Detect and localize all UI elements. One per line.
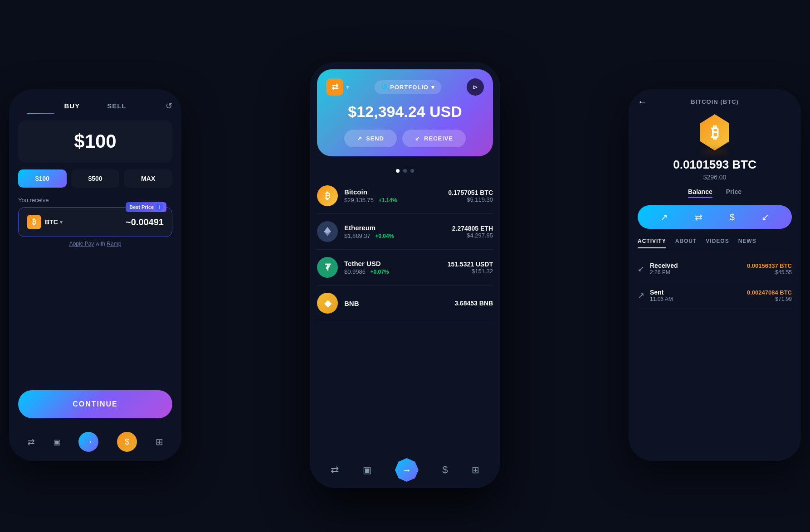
- continue-button[interactable]: CONTINUE: [18, 390, 172, 418]
- center-nav-grid[interactable]: ⊞: [472, 464, 479, 475]
- tx-received[interactable]: ↙ Received 2:26 PM 0.00156337 BTC $45.55: [638, 256, 792, 282]
- portfolio-logo: ⇄ ▾: [326, 78, 349, 96]
- portfolio-dropdown-icon[interactable]: ▾: [346, 83, 349, 91]
- receive-left: ₿ BTC ▾: [27, 215, 63, 229]
- nav-card-icon[interactable]: ▣: [54, 438, 60, 446]
- swap-action-icon[interactable]: ⇄: [695, 212, 703, 222]
- usdt-price: $0.9986: [344, 268, 366, 275]
- bnb-name: BNB: [344, 300, 454, 307]
- best-price-badge: Best Price i: [126, 202, 166, 212]
- btc-name: Bitcoin: [344, 188, 448, 196]
- right-title: BITCOIN (BTC): [691, 98, 738, 105]
- receive-button[interactable]: ↙ RECEIVE: [402, 130, 466, 147]
- news-tab[interactable]: NEWS: [738, 238, 756, 244]
- send-action-icon[interactable]: ↗: [660, 212, 668, 222]
- buy-sell-tabs: BUY SELL ↺: [18, 98, 172, 113]
- crypto-list: ₿ Bitcoin $29,135.75 +1.14% 0.1757051 BT…: [310, 178, 500, 452]
- apple-pay-link[interactable]: Apple Pay: [69, 241, 94, 247]
- eth-price-row: $1,889.37 +0.04%: [344, 232, 452, 240]
- price-tab[interactable]: Price: [726, 188, 742, 198]
- left-bottom-nav: ⇄ ▣ → $ ⊞: [18, 427, 172, 452]
- bnb-amount: 3.68453 BNB: [454, 300, 493, 307]
- nav-exchange-icon[interactable]: ⇄: [27, 436, 35, 447]
- nav-grid-icon[interactable]: ⊞: [156, 436, 163, 447]
- dot-3[interactable]: [410, 169, 414, 173]
- quick-btn-100[interactable]: $100: [18, 169, 67, 188]
- btc-hex-icon: ₿: [697, 114, 733, 150]
- center-nav-active[interactable]: →: [395, 458, 419, 482]
- crypto-item-usdt[interactable]: ₮ Tether USD $0.9986 +0.07% 151.5321 USD…: [317, 250, 493, 285]
- usdt-price-row: $0.9986 +0.07%: [344, 267, 448, 276]
- history-icon[interactable]: ↺: [166, 101, 172, 111]
- dot-2[interactable]: [403, 169, 407, 173]
- phone-center: ⇄ ▾ ↺ PORTFOLIO ▾ ⊳ $12,394.24 USD: [310, 62, 500, 488]
- center-nav-dollar[interactable]: $: [442, 464, 448, 476]
- about-tab[interactable]: ABOUT: [675, 238, 697, 244]
- usdt-name: Tether USD: [344, 260, 448, 267]
- buy-action-icon[interactable]: $: [730, 212, 735, 222]
- tx-received-btc: 0.00156337 BTC: [747, 262, 792, 269]
- center-nav-exchange[interactable]: ⇄: [331, 464, 339, 476]
- tx-sent-right: 0.00247084 BTC $71.99: [747, 289, 792, 302]
- ramp-link[interactable]: Ramp: [107, 241, 121, 247]
- receive-action-icon[interactable]: ↙: [761, 212, 769, 222]
- receive-box: Best Price i ₿ BTC ▾ ~0.00491: [18, 207, 172, 237]
- info-icon: i: [156, 203, 163, 211]
- balance-tab[interactable]: Balance: [688, 188, 712, 198]
- usdt-amount: 151.5321 USDT: [448, 261, 493, 268]
- tx-sent[interactable]: ↗ Sent 11:06 AM 0.00247084 BTC $71.99: [638, 282, 792, 309]
- portfolio-logo-icon: ⇄: [326, 78, 343, 96]
- crypto-item-eth[interactable]: Ethereum $1,889.37 +0.04% 2.274805 ETH $…: [317, 214, 493, 250]
- usdt-info: Tether USD $0.9986 +0.07%: [344, 260, 448, 276]
- dollar-sign: $: [125, 437, 129, 447]
- receive-icon: ↙: [415, 135, 420, 142]
- balance-price-tabs: Balance Price: [638, 188, 792, 198]
- portfolio-actions: ↗ SEND ↙ RECEIVE: [326, 130, 484, 147]
- receive-amount: ~0.00491: [126, 217, 164, 227]
- phone-center-screen: ⇄ ▾ ↺ PORTFOLIO ▾ ⊳ $12,394.24 USD: [310, 62, 500, 488]
- eth-info: Ethereum $1,889.37 +0.04%: [344, 224, 452, 240]
- send-button[interactable]: ↗ SEND: [344, 130, 397, 147]
- phone-left: BUY SELL ↺ $100 $100 $500 MAX You receiv…: [9, 89, 181, 461]
- portfolio-label[interactable]: ↺ PORTFOLIO ▾: [375, 80, 441, 94]
- dot-1[interactable]: [396, 169, 400, 173]
- send-icon: ↗: [357, 135, 362, 142]
- portfolio-balance: $12,394.24 USD: [326, 103, 484, 121]
- tx-received-info: Received 2:26 PM: [650, 262, 678, 276]
- phones-container: BUY SELL ↺ $100 $100 $500 MAX You receiv…: [9, 9, 801, 532]
- bnb-icon: ◆: [317, 293, 338, 314]
- activity-tab[interactable]: ACTIVITY: [638, 238, 666, 248]
- usdt-balance: 151.5321 USDT $151.32: [448, 261, 493, 275]
- usdt-usd: $151.32: [448, 268, 493, 275]
- videos-tab[interactable]: VIDEOS: [706, 238, 729, 244]
- bnb-info: BNB: [344, 300, 454, 307]
- sell-tab[interactable]: SELL: [93, 98, 140, 113]
- chevron-down-icon[interactable]: ▾: [60, 219, 63, 225]
- center-nav-card[interactable]: ▣: [363, 464, 371, 475]
- bnb-balance: 3.68453 BNB: [454, 300, 493, 307]
- eth-name: Ethereum: [344, 224, 452, 232]
- tx-received-time: 2:26 PM: [650, 269, 678, 276]
- right-btc-amount: 0.0101593 BTC: [638, 158, 792, 172]
- tx-received-usd: $45.55: [747, 269, 792, 276]
- btc-info: Bitcoin $29,135.75 +1.14%: [344, 188, 448, 204]
- tx-sent-icon: ↗: [638, 290, 644, 300]
- btc-balance: 0.1757051 BTC $5,119.30: [448, 189, 493, 203]
- quick-btn-max[interactable]: MAX: [124, 169, 172, 188]
- center-bottom-nav: ⇄ ▣ → $ ⊞: [310, 452, 500, 488]
- crypto-item-bnb[interactable]: ◆ BNB 3.68453 BNB: [317, 285, 493, 321]
- nav-dollar-icon[interactable]: $: [117, 432, 137, 452]
- buy-tab[interactable]: BUY: [50, 98, 93, 113]
- quick-btn-500[interactable]: $500: [71, 169, 120, 188]
- nav-arrow-icon: →: [84, 437, 93, 447]
- phone-left-screen: BUY SELL ↺ $100 $100 $500 MAX You receiv…: [9, 89, 181, 461]
- btc-icon: ₿: [317, 185, 338, 206]
- portfolio-right-icon[interactable]: ⊳: [467, 78, 484, 96]
- portfolio-header: ⇄ ▾ ↺ PORTFOLIO ▾ ⊳: [326, 78, 484, 96]
- portfolio-label-chevron: ▾: [431, 84, 435, 91]
- nav-active-icon[interactable]: →: [78, 432, 98, 452]
- crypto-item-btc[interactable]: ₿ Bitcoin $29,135.75 +1.14% 0.1757051 BT…: [317, 178, 493, 214]
- usdt-change: +0.07%: [370, 269, 389, 275]
- back-button[interactable]: ←: [638, 97, 647, 107]
- tx-received-type: Received: [650, 262, 678, 269]
